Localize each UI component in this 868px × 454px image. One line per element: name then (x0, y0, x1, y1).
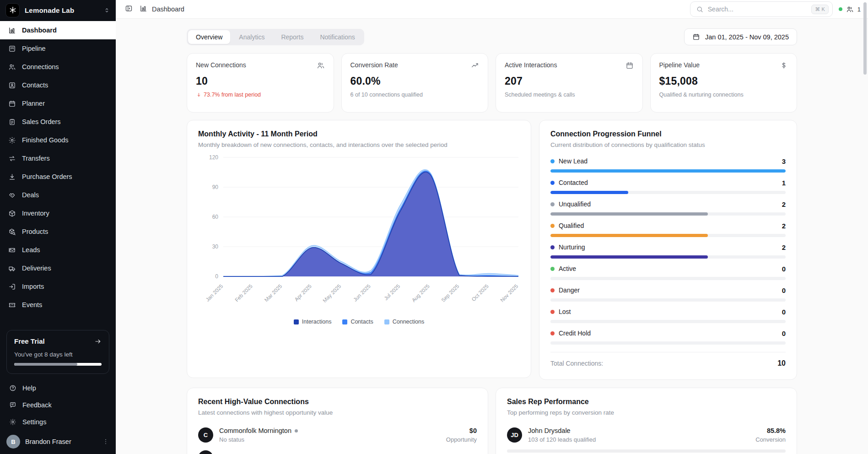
main-area: Dashboard ⌘ K 1 OverviewAnalyticsReports… (116, 0, 868, 454)
sidebar-item-leads[interactable]: Leads (0, 241, 116, 259)
connection-row[interactable]: C Commonfolk Mornington No status $0 Opp… (198, 423, 477, 447)
funnel-bar (550, 277, 786, 280)
scrollbar-thumb[interactable] (863, 2, 867, 75)
rep-name: John Drysdale (528, 427, 749, 434)
ticket-icon (8, 301, 16, 309)
sidebar-item-deliveries[interactable]: Deliveries (0, 259, 116, 277)
sidebar-item-planner[interactable]: Planner (0, 94, 116, 113)
presence-count: 1 (857, 6, 861, 13)
sidebar-item-deals[interactable]: Deals (0, 186, 116, 204)
status-dot (550, 331, 555, 335)
tab-reports[interactable]: Reports (273, 30, 311, 44)
legend-item-contacts[interactable]: Contacts (342, 319, 373, 325)
funnel-row-lost: Lost 0 (550, 306, 786, 323)
sidebar-item-settings[interactable]: Settings (0, 413, 116, 430)
sidebar-item-dashboard[interactable]: Dashboard (0, 21, 116, 39)
sidebar-item-transfers[interactable]: Transfers (0, 149, 116, 168)
box-icon (8, 210, 16, 217)
tab-analytics[interactable]: Analytics (231, 30, 272, 44)
search-shortcut-badge: ⌘ K (811, 5, 828, 14)
sidebar-item-label: Inventory (22, 210, 49, 217)
sidebar-item-label: Dashboard (22, 27, 57, 34)
status-dot (550, 224, 555, 228)
settings-icon (9, 418, 16, 426)
sidebar-item-help[interactable]: Help (0, 379, 116, 396)
sales-rep-panel: Sales Rep Performance Top performing rep… (496, 388, 797, 454)
rep-row[interactable]: JD John Drysdale 103 of 120 leads qualif… (507, 423, 786, 453)
trial-progress-bar (14, 363, 102, 366)
tab-overview[interactable]: Overview (188, 30, 230, 44)
funnel-total-row: Total Connections: 10 (550, 352, 786, 368)
chevron-up-down-icon (103, 7, 110, 14)
ellipsis-vertical-icon[interactable] (102, 438, 109, 445)
search-icon (696, 5, 704, 13)
free-trial-card[interactable]: Free Trial You've got 8 days left (6, 330, 109, 374)
gear-icon (8, 136, 16, 144)
svg-text:Jul 2025: Jul 2025 (383, 283, 401, 301)
date-range-button[interactable]: Jan 01, 2025 - Nov 09, 2025 (684, 28, 797, 45)
funnel-count: 2 (782, 243, 786, 251)
sidebar-item-imports[interactable]: Imports (0, 277, 116, 296)
legend-item-connections[interactable]: Connections (384, 319, 425, 325)
svg-text:90: 90 (212, 184, 219, 190)
funnel-title: Connection Progression Funnel (550, 130, 786, 138)
stat-subtitle: Scheduled meetings & calls (505, 92, 634, 98)
chart-subtitle: Monthly breakdown of new connections, co… (198, 141, 520, 148)
legend-label: Connections (393, 319, 425, 325)
svg-text:Mar 2025: Mar 2025 (264, 283, 283, 303)
sidebar-item-events[interactable]: Events (0, 296, 116, 314)
date-range-label: Jan 01, 2025 - Nov 09, 2025 (705, 33, 789, 41)
user-menu[interactable]: B Brandon Fraser (0, 432, 116, 454)
sidebar-item-label: Purchase Orders (22, 173, 72, 180)
sidebar-item-label: Deals (22, 191, 39, 199)
download-icon (8, 173, 16, 181)
sidebar-item-label: Leads (22, 246, 40, 254)
lemonade-lab-logo-icon (5, 3, 20, 17)
sidebar-toggle-button[interactable] (122, 3, 135, 16)
stat-value: 207 (505, 75, 634, 87)
funnel-total-label: Total Connections: (550, 360, 603, 367)
legend-item-interactions[interactable]: Interactions (294, 319, 332, 325)
sidebar-item-feedback[interactable]: Feedback (0, 396, 116, 413)
funnel-bar (550, 191, 786, 194)
funnel-subtitle: Current distribution of connections by q… (550, 141, 786, 148)
funnel-row-danger: Danger 0 (550, 285, 786, 302)
monthly-activity-panel: Monthly Activity - 11 Month Period Month… (187, 120, 531, 378)
sidebar-item-pipeline[interactable]: Pipeline (0, 39, 116, 58)
search-box[interactable]: ⌘ K (690, 1, 833, 17)
sidebar-item-label: Imports (22, 283, 44, 290)
sidebar-item-finished-goods[interactable]: Finished Goods (0, 131, 116, 149)
sidebar-nav: Dashboard Pipeline Connections Contacts … (0, 21, 116, 314)
funnel-count: 1 (782, 179, 786, 187)
search-input[interactable] (708, 5, 808, 13)
avatar: JD (507, 427, 522, 443)
box-search-icon (8, 228, 16, 236)
presence-indicator[interactable]: 1 (839, 5, 861, 13)
status-dot (550, 245, 555, 249)
workspace-switcher[interactable]: Lemonade Lab (0, 0, 116, 20)
sidebar-item-contacts[interactable]: Contacts (0, 76, 116, 94)
funnel-count: 0 (782, 286, 786, 294)
funnel-panel: Connection Progression Funnel Current di… (539, 120, 797, 380)
chart-title: Monthly Activity - 11 Month Period (198, 130, 520, 138)
sidebar-item-purchase-orders[interactable]: Purchase Orders (0, 168, 116, 186)
sidebar-item-sales-orders[interactable]: Sales Orders (0, 113, 116, 131)
connection-value-label: Opportunity (446, 436, 477, 443)
connection-list: C Commonfolk Mornington No status $0 Opp… (198, 423, 477, 454)
funnel-label: Credit Hold (559, 330, 778, 337)
rep-value-label: Conversion (755, 436, 786, 443)
sidebar-item-connections[interactable]: Connections (0, 58, 116, 76)
arrow-right-icon[interactable] (94, 338, 102, 345)
connection-row[interactable]: M Mal Gard (198, 447, 477, 454)
tab-notifications[interactable]: Notifications (312, 30, 362, 44)
mail-icon (8, 246, 16, 254)
svg-text:Jan 2025: Jan 2025 (205, 283, 224, 303)
sidebar-item-products[interactable]: Products (0, 222, 116, 241)
sidebar-item-label: Feedback (22, 401, 52, 409)
funnel-count: 0 (782, 265, 786, 273)
sidebar-item-inventory[interactable]: Inventory (0, 204, 116, 222)
stat-card-pipeline-value: Pipeline Value $15,008Qualified & nurtur… (650, 53, 798, 113)
rep-list: JD John Drysdale 103 of 120 leads qualif… (507, 423, 786, 453)
stat-title: Pipeline Value (659, 61, 700, 69)
topbar: Dashboard ⌘ K 1 (116, 0, 868, 19)
